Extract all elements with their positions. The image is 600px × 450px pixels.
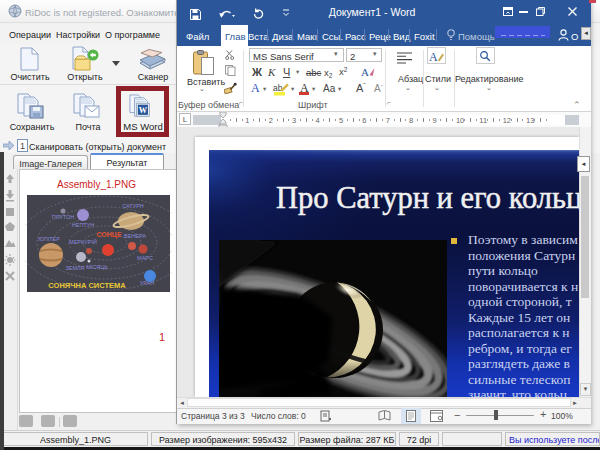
svg-text:одной стороной, т: одной стороной, т	[468, 294, 572, 309]
svg-text:поворачивается к н: поворачивается к н	[468, 279, 578, 294]
svg-text:значит, что кольц: значит, что кольц	[468, 387, 567, 397]
svg-text:МІСЯЦЬ: МІСЯЦЬ	[86, 264, 108, 270]
svg-text:УРАН: УРАН	[140, 280, 154, 286]
svg-text:положения Сатурн: положения Сатурн	[468, 248, 575, 263]
svg-text:А: А	[429, 50, 438, 63]
svg-text:сильные телескоп: сильные телескоп	[468, 372, 571, 387]
svg-text:ЮПІТЕР: ЮПІТЕР	[38, 236, 60, 242]
svg-text:ВЕНЕРА: ВЕНЕРА	[124, 233, 146, 239]
svg-text:Про Сатурн и его кольца: Про Сатурн и его кольца	[276, 181, 579, 215]
svg-text:СОНЦЕ: СОНЦЕ	[96, 231, 121, 239]
svg-text:НЕПТУН: НЕПТУН	[72, 222, 94, 228]
svg-text:ЗЕМЛЯ: ЗЕМЛЯ	[65, 265, 84, 271]
svg-text:A: A	[361, 66, 369, 78]
svg-text:ПЛУТОН: ПЛУТОН	[52, 214, 74, 220]
svg-text:МАРС: МАРС	[137, 255, 153, 261]
svg-text:располагается к н: располагается к н	[468, 325, 570, 340]
svg-text:пути кольцо: пути кольцо	[468, 263, 538, 278]
svg-text:ребром, и тогда ег: ребром, и тогда ег	[468, 341, 572, 356]
svg-text:САТУРН: САТУРН	[122, 203, 144, 209]
svg-text:1: 1	[20, 141, 25, 151]
svg-text:разглядеть даже в: разглядеть даже в	[468, 356, 570, 371]
svg-text:МЕРКУРІЙ: МЕРКУРІЙ	[69, 238, 97, 245]
svg-text:ab: ab	[273, 83, 283, 93]
svg-text:Каждые 15 лет он: Каждые 15 лет он	[468, 310, 570, 325]
svg-text:Поэтому в зависим: Поэтому в зависим	[468, 232, 578, 247]
svg-text:СОНЯЧНА СИСТЕМА: СОНЯЧНА СИСТЕМА	[48, 281, 126, 290]
